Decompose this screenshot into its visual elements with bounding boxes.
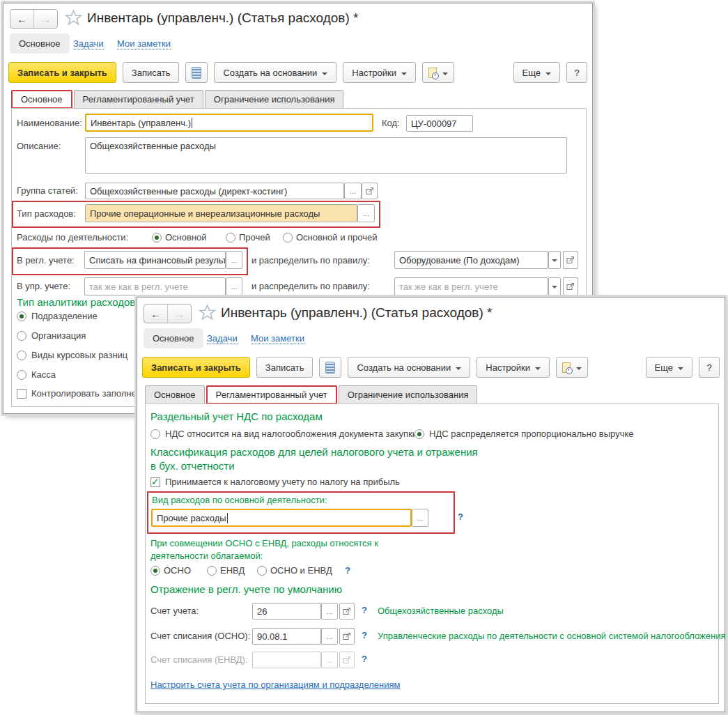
envd-writeoff-ellipsis-button[interactable]: ... <box>321 652 338 668</box>
reminder-button[interactable] <box>422 62 454 83</box>
report-structure-button[interactable] <box>185 62 208 83</box>
expense-kind-help[interactable]: ? <box>458 512 463 522</box>
page-title: Инвентарь (управленч.) (Статья расходов)… <box>87 10 358 26</box>
expense-kind-ellipsis-button[interactable]: ... <box>412 509 428 527</box>
history-nav: ← → <box>10 9 58 29</box>
save-button[interactable]: Записать <box>123 62 180 83</box>
create-based-on-button[interactable]: Создать на основании <box>348 357 470 378</box>
more-button[interactable]: Еще <box>513 62 560 83</box>
osno-writeoff-input[interactable]: 90.08.1 <box>252 628 321 645</box>
create-based-on-button[interactable]: Создать на основании <box>214 62 336 83</box>
radio-activity-both[interactable] <box>283 233 293 243</box>
back-button[interactable]: ← <box>144 305 168 323</box>
window-expense-item-regulated-tab: ← → Инвентарь (управленч.) (Статья расхо… <box>137 297 725 712</box>
envd-note-line1: При совмещении ОСНО с ЕНВД, расходы отно… <box>150 538 378 548</box>
tab-usage-limit[interactable]: Ограничение использования <box>339 385 478 404</box>
navlink-tasks[interactable]: Задачи <box>73 38 104 49</box>
expense-type-input[interactable]: Прочие операционные и внереализационные … <box>85 204 357 222</box>
group-open-button[interactable] <box>362 183 378 199</box>
forward-button[interactable]: → <box>34 10 57 28</box>
envd-writeoff-input[interactable] <box>252 652 321 668</box>
osno-writeoff-ellipsis-button[interactable]: ... <box>321 628 338 645</box>
radio-activity-other-label: Прочей <box>239 232 270 243</box>
favorite-star-icon[interactable] <box>199 304 216 321</box>
osno-writeoff-help[interactable]: ? <box>362 630 367 640</box>
reg-rule-open-button[interactable] <box>563 251 578 269</box>
mgmt-accounting-input[interactable]: так же как в регл. учете <box>84 277 226 295</box>
caret-down-icon <box>552 286 557 291</box>
mgmt-accounting-ellipsis-button[interactable]: ... <box>226 277 242 295</box>
help-button[interactable]: ? <box>699 357 720 378</box>
save-close-button[interactable]: Записать и закрыть <box>8 62 116 83</box>
report-structure-button[interactable] <box>319 357 341 378</box>
navlink-tasks[interactable]: Задачи <box>207 333 238 344</box>
osno-writeoff-open-button[interactable] <box>339 628 355 645</box>
account-open-button[interactable] <box>339 603 355 620</box>
group-ellipsis-button[interactable]: ... <box>344 183 362 199</box>
toolbar: Записать и закрыть Записать Создать на о… <box>142 357 720 378</box>
back-button[interactable]: ← <box>10 10 34 28</box>
reg-rule-dropdown-button[interactable] <box>548 251 561 269</box>
navlink-notes[interactable]: Мои заметки <box>251 333 304 344</box>
group-input[interactable]: Общехозяйственные расходы (директ-костин… <box>85 183 344 199</box>
navlink-main[interactable]: Основное <box>10 33 70 54</box>
vat-section-header: Раздельный учет НДС по расходам <box>150 410 323 422</box>
navlink-main[interactable]: Основное <box>144 328 203 348</box>
reg-accounting-ellipsis-button[interactable]: ... <box>226 251 242 269</box>
account-input[interactable]: 26 <box>252 603 321 620</box>
settings-button[interactable]: Настройки <box>343 62 416 83</box>
envd-writeoff-help[interactable]: ? <box>362 654 367 664</box>
help-button[interactable]: ? <box>566 62 587 83</box>
text-cursor <box>192 118 192 128</box>
radio-analytics-exchange-diff[interactable] <box>17 351 26 360</box>
mgmt-rule-open-button[interactable] <box>563 277 578 295</box>
expense-kind-input[interactable]: Прочие расходы <box>151 509 412 527</box>
expense-type-label: Тип расходов: <box>17 208 76 219</box>
account-ellipsis-button[interactable]: ... <box>321 603 338 620</box>
caret-down-icon <box>678 367 683 373</box>
description-textarea[interactable]: Общехозяйственные расходы <box>85 137 567 174</box>
checkbox-control-fill[interactable] <box>17 389 26 399</box>
name-label: Наименование: <box>17 118 82 128</box>
checkbox-tax-accounting[interactable] <box>150 477 160 487</box>
tab-regulated[interactable]: Регламентированный учет <box>206 385 337 404</box>
tab-main[interactable]: Основное <box>145 385 205 404</box>
setup-accounts-link[interactable]: Настроить счета учета по организациям и … <box>150 679 400 690</box>
forward-button[interactable]: → <box>168 305 191 323</box>
account-help[interactable]: ? <box>362 605 367 615</box>
radio-analytics-organization[interactable] <box>17 331 26 341</box>
radio-vat-by-revenue[interactable] <box>415 429 424 439</box>
favorite-star-icon[interactable] <box>65 9 82 26</box>
mgmt-rule-dropdown-button[interactable] <box>548 277 561 295</box>
name-input[interactable]: Инвентарь (управленч.) <box>85 114 373 132</box>
more-button[interactable]: Еще <box>646 357 692 378</box>
radio-vat-by-purchase-doc[interactable] <box>150 429 160 439</box>
radio-analytics-department[interactable] <box>17 312 26 321</box>
envd-note-line2: деятельности облагаемой: <box>150 551 263 561</box>
caret-down-icon <box>322 72 327 78</box>
radio-osno[interactable] <box>150 566 160 576</box>
reg-accounting-input[interactable]: Списать на финансовый результат <box>84 251 226 269</box>
radio-osno-envd[interactable] <box>257 566 267 576</box>
envd-writeoff-open-button[interactable] <box>339 652 355 668</box>
caret-down-icon <box>535 367 541 373</box>
radio-activity-main[interactable] <box>152 233 162 243</box>
envd-help[interactable]: ? <box>345 565 350 576</box>
tab-usage-limit[interactable]: Ограничение использования <box>205 90 344 109</box>
save-close-button[interactable]: Записать и закрыть <box>142 357 250 378</box>
save-button[interactable]: Записать <box>256 357 313 378</box>
tab-regulated[interactable]: Регламентированный учет <box>74 90 203 109</box>
expense-type-ellipsis-button[interactable]: ... <box>357 204 375 222</box>
reminder-button[interactable] <box>556 357 588 378</box>
code-input[interactable]: ЦУ-000097 <box>406 115 473 132</box>
radio-envd[interactable] <box>207 566 217 576</box>
settings-button[interactable]: Настройки <box>477 357 550 378</box>
radio-activity-other[interactable] <box>226 233 235 243</box>
mgmt-rule-input[interactable]: так же как в регл. учете <box>394 277 548 295</box>
activity-label: Расходы по деятельности: <box>17 232 128 243</box>
tab-main[interactable]: Основное <box>11 90 72 109</box>
radio-analytics-cash[interactable] <box>17 370 26 380</box>
analytics-header: Тип аналитики расходов <box>17 296 135 308</box>
reg-rule-input[interactable]: Оборудование (По доходам) <box>394 251 548 269</box>
navlink-notes[interactable]: Мои заметки <box>117 38 171 49</box>
